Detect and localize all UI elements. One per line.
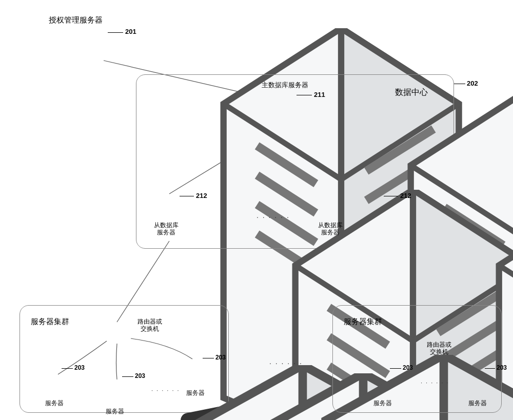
server-l2-icon [107, 373, 125, 406]
server-l2-label: 服务器 [106, 407, 124, 416]
ref-line-212b [384, 196, 398, 196]
dots-cluster-right: · · · · · · [421, 379, 449, 386]
ref-203-l3: 203 [215, 354, 226, 361]
ref-202: 202 [467, 79, 478, 87]
cluster-right-label: 服务器集群 [344, 317, 382, 327]
data-center-label: 数据中心 [395, 87, 428, 98]
ref-203-l2: 203 [135, 372, 145, 379]
master-db-icon [272, 90, 301, 141]
auth-server-icon [85, 28, 113, 79]
ref-201: 201 [125, 28, 136, 35]
ref-203-r2: 203 [497, 364, 507, 371]
server-r2-icon [469, 365, 488, 398]
slave-db-left-label: 从数据库 服务器 [154, 222, 179, 236]
server-l1-label: 服务器 [45, 399, 64, 408]
ref-line-203-r1 [390, 368, 401, 369]
slave-db-right-label: 从数据库 服务器 [318, 222, 343, 236]
router-right-icon [433, 313, 469, 339]
ref-line-203-l3 [203, 358, 214, 358]
master-db-label: 主数据库服务器 [262, 81, 308, 90]
diagram-canvas: 授权管理服务器 201 数据中心 202 主数据库服务器 211 从数据库 服务… [0, 0, 513, 420]
ref-212b: 212 [400, 192, 411, 199]
ref-line-203-l1 [62, 368, 73, 369]
server-l3-label: 服务器 [186, 389, 205, 397]
ref-line-201 [108, 32, 123, 33]
ref-203-r1: 203 [403, 364, 413, 371]
ref-line-211 [297, 95, 312, 95]
server-r1-icon [374, 365, 393, 398]
server-r2-label: 服务器 [468, 399, 487, 408]
cluster-left-label: 服务器集群 [31, 317, 69, 327]
ref-line-203-r2 [485, 368, 495, 369]
ref-211: 211 [314, 91, 325, 98]
ref-203-l1: 203 [74, 364, 85, 371]
auth-server-label: 授权管理服务器 [49, 15, 103, 25]
server-l1-icon [46, 365, 65, 398]
dots-slave: · · · · · · [256, 213, 290, 221]
ref-line-212a [180, 196, 194, 196]
server-r1-label: 服务器 [373, 399, 392, 408]
router-right-label: 路由器或 交换机 [427, 341, 451, 356]
ref-212a: 212 [196, 192, 207, 199]
ref-line-202 [454, 84, 465, 84]
router-left-icon [100, 313, 136, 339]
slave-db-right-icon [360, 190, 389, 241]
router-left-label: 路由器或 交换机 [137, 318, 162, 333]
dots-cluster-left: · · · · · · [151, 387, 180, 393]
dots-between-clusters: · · · · · · [269, 359, 303, 367]
server-l3-icon [187, 355, 206, 388]
ref-line-203-l2 [122, 376, 133, 377]
